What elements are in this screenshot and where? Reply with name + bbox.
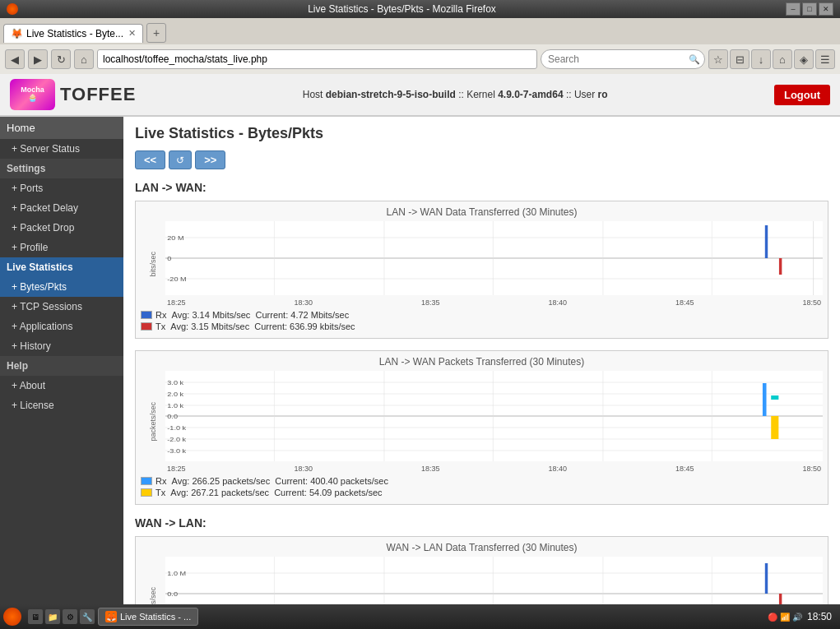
- svg-text:0.0: 0.0: [167, 413, 178, 420]
- sidebar-item-about[interactable]: + About: [0, 376, 123, 395]
- chart2-x-18-25: 18:25: [167, 465, 186, 473]
- maximize-btn[interactable]: □: [802, 2, 817, 16]
- chart1-y-label: bits/sec: [149, 252, 157, 277]
- chart1-rx-label: Rx: [155, 310, 166, 320]
- sidebar-item-label: + Applications: [12, 321, 72, 332]
- bookmarks-btn[interactable]: ⊟: [730, 49, 750, 69]
- sidebar-item-label: + Ports: [12, 183, 43, 194]
- taskbar-icon-4[interactable]: 🔧: [80, 609, 95, 624]
- refresh-btn[interactable]: ↻: [51, 49, 71, 69]
- sidebar-item-ports[interactable]: + Ports: [0, 178, 123, 198]
- bookmark-btn[interactable]: ☆: [708, 49, 728, 69]
- nav-refresh-btn[interactable]: ↺: [169, 150, 192, 169]
- svg-rect-36: [771, 416, 778, 439]
- svg-text:20 M: 20 M: [167, 234, 183, 242]
- window-controls[interactable]: – □ ✕: [786, 2, 833, 16]
- chart2-rx-current: Current: 400.40 packets/sec: [275, 476, 388, 486]
- sidebar-item-applications[interactable]: + Applications: [0, 317, 123, 336]
- sidebar-settings-label: Settings: [0, 159, 123, 178]
- chart1-rx-avg: Avg: 3.14 Mbits/sec: [172, 310, 251, 320]
- sidebar-item-label: + About: [12, 380, 45, 391]
- chart2-tx-avg: Avg: 267.21 packets/sec: [170, 488, 269, 497]
- kernel-label: Kernel: [466, 89, 495, 100]
- app-header: Mocha🧁 TOFFEE Host debian-stretch-9-5-is…: [0, 74, 840, 117]
- chart3-title: WAN -> LAN Data Transferred (30 Minutes): [141, 542, 823, 553]
- svg-text:-1.0 k: -1.0 k: [167, 424, 187, 432]
- taskbar-icon-1[interactable]: 🖥: [28, 609, 43, 624]
- active-tab[interactable]: 🦊 Live Statistics - Byte... ✕: [3, 24, 143, 43]
- home-btn[interactable]: ⌂: [74, 49, 94, 69]
- chart2-x-18-50: 18:50: [802, 465, 821, 473]
- main-content: Live Statistics - Bytes/Pkts << ↺ >> LAN…: [123, 117, 840, 629]
- toffee-logo-img: Mocha🧁: [10, 79, 55, 110]
- sidebar-item-label: + History: [12, 340, 51, 352]
- sidebar-item-server-status[interactable]: + Server Status: [0, 139, 123, 159]
- svg-text:-20 M: -20 M: [167, 275, 186, 283]
- page-title: Live Statistics - Bytes/Pkts: [135, 125, 828, 142]
- search-wrap: 🔍: [541, 49, 705, 69]
- chart2-svg: 3.0 k 2.0 k 1.0 k 0.0 -1.0 k -2.0 k -3.0…: [165, 371, 823, 461]
- nav-back-btn[interactable]: <<: [135, 150, 165, 169]
- pocket-btn[interactable]: ◈: [794, 49, 814, 69]
- nav-bar: ◀ ▶ ↻ ⌂ 🔍 ☆ ⊟ ↓ ⌂ ◈ ☰: [0, 44, 840, 74]
- sidebar-item-license[interactable]: + License: [0, 395, 123, 415]
- search-icon: 🔍: [689, 54, 700, 65]
- lan-wan-label: LAN -> WAN:: [135, 181, 828, 194]
- nav-right-btns: ☆ ⊟ ↓ ⌂ ◈ ☰: [708, 49, 835, 69]
- taskbar-icon-2[interactable]: 📁: [45, 609, 60, 624]
- sidebar-item-bytes-pkts[interactable]: + Bytes/Pkts: [0, 277, 123, 297]
- sidebar-home-btn[interactable]: Home: [0, 117, 123, 139]
- chart2-tx-label: Tx: [155, 488, 165, 497]
- sidebar-item-tcp-sessions[interactable]: + TCP Sessions: [0, 297, 123, 317]
- taskbar-app-label: Live Statistics - ...: [120, 612, 191, 622]
- close-btn[interactable]: ✕: [819, 2, 833, 16]
- toffee-brand-text: TOFFEE: [60, 84, 136, 105]
- menu-btn[interactable]: ☰: [815, 49, 835, 69]
- sidebar-item-label: + License: [12, 400, 54, 411]
- sidebar-item-packet-delay[interactable]: + Packet Delay: [0, 198, 123, 218]
- tab-close-btn[interactable]: ✕: [128, 28, 136, 39]
- back-btn[interactable]: ◀: [5, 49, 25, 69]
- minimize-btn[interactable]: –: [786, 2, 801, 16]
- svg-text:0.0: 0.0: [167, 590, 178, 598]
- taskbar-icon-3[interactable]: ⚙: [63, 609, 77, 624]
- chart2-x-18-35: 18:35: [421, 465, 440, 473]
- search-input[interactable]: [541, 49, 705, 69]
- host-label: Host: [303, 89, 323, 100]
- taskbar-app-item[interactable]: 🦊 Live Statistics - ...: [98, 608, 198, 626]
- app-logo: Mocha🧁 TOFFEE: [10, 79, 136, 110]
- history-nav-btn[interactable]: ⌂: [773, 49, 792, 69]
- page-wrapper: Home + Server Status Settings + Ports + …: [0, 117, 840, 629]
- svg-text:-2.0 k: -2.0 k: [167, 436, 187, 443]
- sidebar-item-profile[interactable]: + Profile: [0, 238, 123, 257]
- tab-bar: 🦊 Live Statistics - Byte... ✕ +: [0, 18, 840, 44]
- chart1-tx-current: Current: 636.99 kbits/sec: [254, 321, 355, 331]
- chart2-x-18-30: 18:30: [294, 465, 313, 473]
- chart1-tx-color: [141, 322, 152, 331]
- logout-button[interactable]: Logout: [774, 85, 830, 105]
- chart2-rx-label: Rx: [155, 476, 166, 486]
- taskbar-start-btn[interactable]: [3, 608, 21, 626]
- chart2-x-18-40: 18:40: [548, 465, 567, 473]
- sidebar-item-label: + Bytes/Pkts: [12, 281, 67, 293]
- wan-lan-label: WAN -> LAN:: [135, 516, 828, 530]
- svg-text:1.0 k: 1.0 k: [167, 402, 184, 409]
- svg-text:3.0 k: 3.0 k: [167, 379, 184, 386]
- kernel-value: 4.9.0-7-amd64: [498, 89, 563, 100]
- sidebar-item-history[interactable]: + History: [0, 336, 123, 356]
- taskbar-clock: 18:50: [807, 611, 837, 622]
- new-tab-btn[interactable]: +: [146, 23, 166, 43]
- window-titlebar: Live Statistics - Bytes/Pkts - Mozilla F…: [0, 0, 840, 18]
- chart1-title: LAN -> WAN Data Transferred (30 Minutes): [141, 206, 823, 218]
- nav-forward-btn[interactable]: >>: [195, 150, 225, 169]
- downloads-btn[interactable]: ↓: [751, 49, 771, 69]
- chart1-x-18-35: 18:35: [421, 298, 440, 307]
- url-bar[interactable]: [97, 49, 537, 69]
- taskbar: 🖥 📁 ⚙ 🔧 🦊 Live Statistics - ... 🔴 📶 🔊 18…: [0, 604, 840, 629]
- svg-text:1.0 M: 1.0 M: [167, 570, 186, 577]
- forward-btn[interactable]: ▶: [28, 49, 48, 69]
- sidebar-item-packet-drop[interactable]: + Packet Drop: [0, 218, 123, 238]
- taskbar-tray: 🔴 📶 🔊 18:50: [768, 611, 837, 622]
- svg-rect-37: [771, 395, 778, 400]
- host-info: Host debian-stretch-9-5-iso-build :: Ker…: [303, 89, 608, 100]
